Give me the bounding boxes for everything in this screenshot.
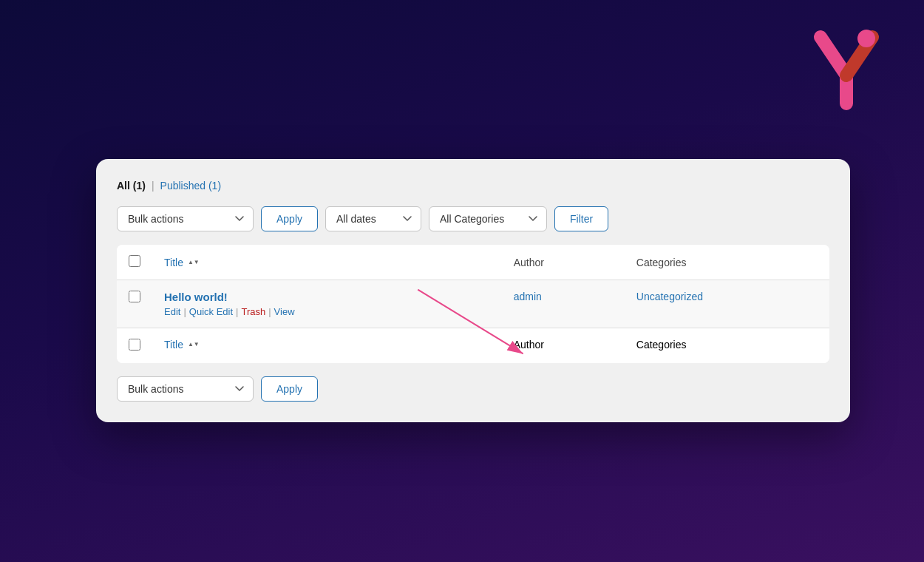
select-all-checkbox-top[interactable] [129,255,140,267]
filter-tabs: All (1) | Published (1) [117,180,829,192]
category-link[interactable]: Uncategorized [636,291,703,302]
edit-link[interactable]: Edit [164,306,180,317]
row-author-cell: admin [502,280,625,328]
table-row: Hello world! Edit | Quick Edit | Trash |… [117,280,829,328]
separator-1: | [183,306,186,317]
post-title-link[interactable]: Hello world! [164,291,490,303]
all-dates-select[interactable]: All dates [325,206,421,231]
all-categories-select[interactable]: All Categories [429,206,547,231]
posts-table: Title ▲▼ Author Categories Hello world! … [117,245,829,363]
footer-sort-arrows-icon: ▲▼ [188,342,200,348]
header-title-col: Title ▲▼ [152,245,502,280]
select-all-checkbox-bottom[interactable] [129,339,140,351]
row-actions: Edit | Quick Edit | Trash | View [164,306,490,317]
footer-header-author-col: Author [502,328,625,364]
tab-all[interactable]: All (1) [117,180,146,192]
row-checkbox-col [117,280,152,328]
header-checkbox-col [117,245,152,280]
header-author-col: Author [502,245,625,280]
trash-link[interactable]: Trash [241,306,265,317]
logo-container [813,30,880,111]
yoast-logo-icon [813,30,880,111]
tab-published[interactable]: Published (1) [160,180,222,192]
footer-header-categories-col: Categories [625,328,829,364]
bulk-actions-select-bottom[interactable]: Bulk actions [117,376,254,402]
view-link[interactable]: View [274,306,295,317]
bulk-actions-select-top[interactable]: Bulk actions [117,206,254,231]
svg-point-0 [857,30,875,47]
footer-header-title-col: Title ▲▼ [152,328,502,364]
main-card: All (1) | Published (1) Bulk actions App… [96,159,850,422]
separator-3: | [268,306,271,317]
header-categories-col: Categories [625,245,829,280]
row-checkbox[interactable] [129,291,140,302]
separator-2: | [236,306,238,317]
footer-title-sort-button[interactable]: Title ▲▼ [164,339,490,351]
quick-edit-link[interactable]: Quick Edit [189,306,233,317]
filter-button[interactable]: Filter [554,206,608,231]
tab-separator: | [152,180,154,192]
top-toolbar: Bulk actions Apply All dates All Categor… [117,206,829,231]
bottom-toolbar: Bulk actions Apply [117,376,829,402]
title-sort-button[interactable]: Title ▲▼ [164,257,490,268]
sort-arrows-icon: ▲▼ [188,260,200,265]
apply-button-bottom[interactable]: Apply [261,376,318,402]
row-categories-cell: Uncategorized [625,280,829,328]
row-title-cell: Hello world! Edit | Quick Edit | Trash |… [152,280,502,328]
table-header-row: Title ▲▼ Author Categories [117,245,829,280]
footer-header-checkbox-col [117,328,152,364]
table-footer-header-row: Title ▲▼ Author Categories [117,328,829,364]
author-link[interactable]: admin [514,291,542,302]
apply-button-top[interactable]: Apply [261,206,318,231]
